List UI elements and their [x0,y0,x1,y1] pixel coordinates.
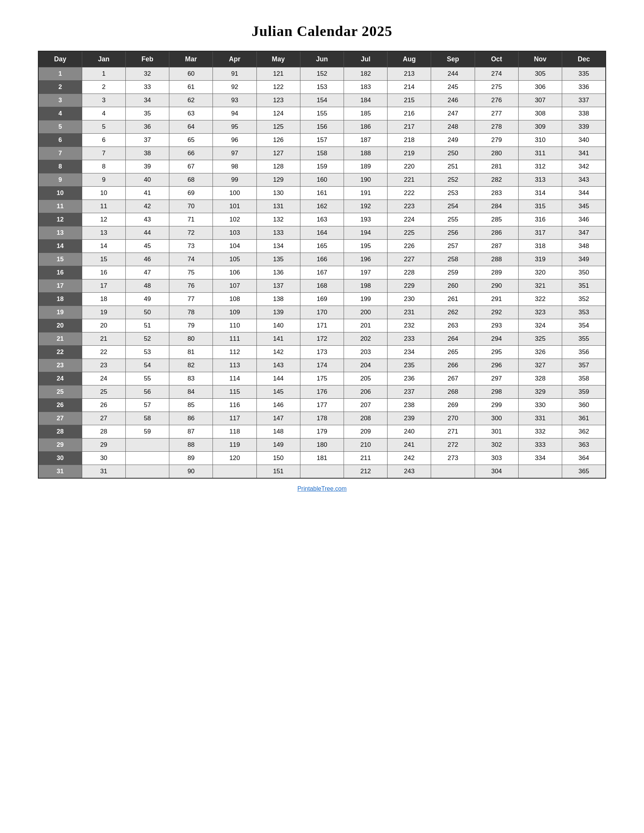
julian-day-cell: 219 [388,147,431,160]
julian-day-cell: 103 [213,227,256,240]
julian-day-cell: 235 [388,359,431,372]
julian-day-cell: 76 [169,280,213,293]
julian-day-cell: 350 [562,266,606,280]
julian-day-cell: 308 [518,107,562,121]
julian-day-cell: 94 [213,107,256,121]
julian-day-cell: 158 [300,147,344,160]
julian-day-cell: 16 [82,266,126,280]
day-cell: 17 [38,280,82,293]
julian-day-cell: 341 [562,147,606,160]
julian-day-cell: 171 [300,319,344,333]
julian-day-cell: 119 [213,439,256,452]
footer-link[interactable]: PrintableTree.com [297,486,347,492]
julian-day-cell: 190 [344,174,388,187]
julian-day-cell: 54 [126,359,169,372]
julian-day-cell: 302 [475,439,518,452]
day-cell: 18 [38,293,82,306]
table-row: 11326091121152182213244274305335 [38,68,606,80]
julian-day-cell: 205 [344,372,388,386]
julian-day-cell: 45 [126,240,169,253]
day-cell: 10 [38,187,82,200]
julian-day-cell: 240 [388,425,431,439]
julian-day-cell: 96 [213,133,256,147]
julian-day-cell: 44 [126,227,169,240]
julian-day-cell: 17 [82,280,126,293]
julian-day-cell: 261 [431,293,475,306]
julian-day-cell: 92 [213,80,256,94]
julian-day-cell: 101 [213,200,256,213]
julian-day-cell: 280 [475,147,518,160]
julian-day-cell: 201 [344,319,388,333]
julian-day-cell: 221 [388,174,431,187]
julian-day-cell: 82 [169,359,213,372]
julian-day-cell: 292 [475,306,518,319]
julian-day-cell: 162 [300,200,344,213]
julian-day-cell: 32 [126,68,169,80]
julian-day-cell: 349 [562,253,606,266]
julian-day-cell: 136 [256,266,300,280]
julian-day-cell: 244 [431,68,475,80]
julian-day-cell: 95 [213,121,256,133]
julian-day-cell: 348 [562,240,606,253]
day-cell: 5 [38,121,82,133]
julian-day-cell: 23 [82,359,126,372]
julian-day-cell: 14 [82,240,126,253]
table-row: 22225381112142173203234265295326356 [38,346,606,359]
julian-day-cell: 31 [82,465,126,479]
day-cell: 24 [38,372,82,386]
julian-day-cell: 8 [82,160,126,174]
day-cell: 22 [38,346,82,359]
julian-day-cell: 35 [126,107,169,121]
julian-day-cell: 51 [126,319,169,333]
julian-day-cell: 355 [562,333,606,346]
julian-day-cell: 249 [431,133,475,147]
julian-day-cell: 291 [475,293,518,306]
col-header-day: Day [38,51,82,68]
julian-day-cell: 140 [256,319,300,333]
table-row: 66376596126157187218249279310340 [38,133,606,147]
julian-day-cell: 28 [82,425,126,439]
julian-day-cell: 24 [82,372,126,386]
julian-day-cell: 227 [388,253,431,266]
julian-day-cell: 22 [82,346,126,359]
day-cell: 21 [38,333,82,346]
julian-day-cell: 189 [344,160,388,174]
julian-day-cell: 147 [256,412,300,425]
julian-day-cell: 25 [82,386,126,399]
julian-day-cell: 114 [213,372,256,386]
julian-day-cell: 104 [213,240,256,253]
julian-day-cell: 285 [475,213,518,227]
julian-day-cell: 116 [213,399,256,412]
julian-day-cell: 145 [256,386,300,399]
julian-day-cell: 68 [169,174,213,187]
table-row: 15154674105135166196227258288319349 [38,253,606,266]
julian-day-cell: 208 [344,412,388,425]
julian-day-cell: 224 [388,213,431,227]
julian-day-cell: 186 [344,121,388,133]
day-cell: 14 [38,240,82,253]
col-header-jan: Jan [82,51,126,68]
julian-day-cell: 122 [256,80,300,94]
julian-day-cell: 263 [431,319,475,333]
day-cell: 3 [38,94,82,107]
julian-day-cell: 317 [518,227,562,240]
julian-day-cell: 321 [518,280,562,293]
julian-day-cell: 6 [82,133,126,147]
julian-day-cell: 298 [475,386,518,399]
julian-day-cell: 316 [518,213,562,227]
julian-day-cell: 289 [475,266,518,280]
julian-day-cell: 288 [475,253,518,266]
julian-day-cell: 265 [431,346,475,359]
julian-day-cell: 118 [213,425,256,439]
julian-day-cell: 27 [82,412,126,425]
day-cell: 26 [38,399,82,412]
julian-day-cell: 253 [431,187,475,200]
julian-day-cell: 40 [126,174,169,187]
julian-day-cell: 225 [388,227,431,240]
julian-day-cell: 111 [213,333,256,346]
col-header-dec: Dec [562,51,606,68]
julian-day-cell: 191 [344,187,388,200]
julian-day-cell: 113 [213,359,256,372]
julian-day-cell: 73 [169,240,213,253]
julian-day-cell: 241 [388,439,431,452]
